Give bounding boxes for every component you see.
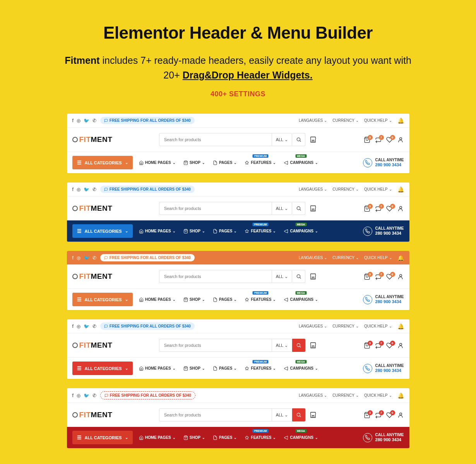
- menu-home[interactable]: HOME PAGES ⌄: [136, 295, 179, 304]
- notification-icon[interactable]: 🔔: [397, 186, 404, 193]
- account-icon[interactable]: [397, 342, 404, 349]
- compare-icon[interactable]: 7: [375, 136, 382, 143]
- search-category-selector[interactable]: ALL ⌄: [272, 133, 292, 146]
- currency-selector[interactable]: CURRENCY ⌄: [332, 187, 359, 191]
- instagram-icon[interactable]: ◎: [77, 324, 80, 329]
- facebook-icon[interactable]: f: [72, 118, 74, 123]
- twitter-icon[interactable]: 🐦: [84, 255, 89, 261]
- facebook-icon[interactable]: f: [72, 255, 74, 261]
- instagram-icon[interactable]: ◎: [77, 393, 80, 398]
- menu-camp[interactable]: MEGA CAMPAIGNS ⌄: [281, 433, 321, 442]
- all-categories-button[interactable]: ☰ ALL CATEGORIES ⌄: [72, 431, 133, 444]
- wishlist-icon[interactable]: 0: [386, 412, 393, 418]
- menu-pages[interactable]: PAGES ⌄: [210, 364, 240, 373]
- quick-help[interactable]: QUICK HELP ⌄: [364, 393, 392, 397]
- menu-shop[interactable]: SHOP ⌄: [180, 364, 208, 373]
- viber-icon[interactable]: ✆: [92, 118, 96, 123]
- logo[interactable]: FITMENT: [72, 411, 113, 419]
- call-anytime[interactable]: CALL ANYTIME 280 900 3434: [363, 295, 404, 304]
- quick-help[interactable]: QUICK HELP ⌄: [364, 187, 392, 191]
- quick-help[interactable]: QUICK HELP ⌄: [364, 324, 392, 328]
- menu-features[interactable]: PREMIUM FEATURES ⌄: [241, 158, 279, 167]
- notification-icon[interactable]: 🔔: [397, 118, 404, 124]
- menu-camp[interactable]: MEGA CAMPAIGNS ⌄: [281, 295, 321, 304]
- menu-pages[interactable]: PAGES ⌄: [210, 227, 240, 236]
- menu-pages[interactable]: PAGES ⌄: [210, 158, 240, 167]
- currency-selector[interactable]: CURRENCY ⌄: [332, 256, 359, 260]
- store-icon[interactable]: [309, 411, 317, 418]
- quick-help[interactable]: QUICK HELP ⌄: [364, 256, 392, 260]
- language-selector[interactable]: LANGAUGES ⌄: [299, 393, 327, 397]
- search-button[interactable]: [292, 133, 305, 146]
- menu-features[interactable]: PREMIUM FEATURES ⌄: [241, 227, 279, 236]
- currency-selector[interactable]: CURRENCY ⌄: [332, 393, 359, 397]
- menu-camp[interactable]: MEGA CAMPAIGNS ⌄: [281, 364, 321, 373]
- language-selector[interactable]: LANGAUGES ⌄: [299, 187, 327, 191]
- menu-camp[interactable]: MEGA CAMPAIGNS ⌄: [281, 158, 321, 167]
- all-categories-button[interactable]: ☰ ALL CATEGORIES ⌄: [72, 362, 133, 375]
- wishlist-icon[interactable]: 0: [386, 273, 393, 280]
- logo[interactable]: FITMENT: [72, 135, 113, 144]
- all-categories-button[interactable]: ☰ ALL CATEGORIES ⌄: [72, 156, 133, 169]
- cart-icon[interactable]: 3: [364, 205, 370, 212]
- search-input[interactable]: [159, 137, 272, 142]
- instagram-icon[interactable]: ◎: [77, 187, 80, 192]
- currency-selector[interactable]: CURRENCY ⌄: [332, 324, 359, 328]
- twitter-icon[interactable]: 🐦: [84, 118, 89, 123]
- cart-icon[interactable]: 3: [364, 136, 370, 143]
- account-icon[interactable]: [397, 136, 404, 143]
- wishlist-icon[interactable]: 0: [386, 342, 393, 349]
- facebook-icon[interactable]: f: [72, 324, 74, 329]
- menu-shop[interactable]: SHOP ⌄: [180, 295, 208, 304]
- language-selector[interactable]: LANGAUGES ⌄: [299, 118, 327, 123]
- compare-icon[interactable]: 7: [375, 205, 382, 212]
- language-selector[interactable]: LANGAUGES ⌄: [299, 256, 327, 260]
- menu-home[interactable]: HOME PAGES ⌄: [136, 158, 179, 167]
- search-input[interactable]: [159, 274, 272, 279]
- menu-shop[interactable]: SHOP ⌄: [180, 158, 208, 167]
- notification-icon[interactable]: 🔔: [397, 323, 404, 329]
- logo[interactable]: FITMENT: [72, 341, 113, 350]
- facebook-icon[interactable]: f: [72, 187, 74, 192]
- account-icon[interactable]: [397, 412, 404, 418]
- call-anytime[interactable]: CALL ANYTIME 280 900 3434: [363, 158, 404, 167]
- menu-features[interactable]: PREMIUM FEATURES ⌄: [241, 295, 279, 304]
- account-icon[interactable]: [397, 205, 404, 212]
- currency-selector[interactable]: CURRENCY ⌄: [332, 118, 359, 123]
- logo[interactable]: FITMENT: [72, 204, 113, 213]
- menu-pages[interactable]: PAGES ⌄: [210, 295, 240, 304]
- search-input[interactable]: [159, 413, 272, 417]
- compare-icon[interactable]: 7: [375, 342, 382, 349]
- wishlist-icon[interactable]: 0: [386, 205, 393, 212]
- viber-icon[interactable]: ✆: [92, 187, 96, 192]
- search-category-selector[interactable]: ALL ⌄: [272, 339, 292, 351]
- cart-icon[interactable]: 3: [364, 412, 370, 418]
- cart-icon[interactable]: 3: [364, 273, 370, 280]
- search-button[interactable]: [292, 408, 305, 421]
- all-categories-button[interactable]: ☰ ALL CATEGORIES ⌄: [72, 293, 133, 306]
- cart-icon[interactable]: 3: [364, 342, 370, 349]
- wishlist-icon[interactable]: 0: [386, 136, 393, 143]
- menu-features[interactable]: PREMIUM FEATURES ⌄: [241, 364, 279, 373]
- search-category-selector[interactable]: ALL ⌄: [272, 409, 292, 421]
- menu-features[interactable]: PREMIUM FEATURES ⌄: [241, 433, 279, 442]
- menu-pages[interactable]: PAGES ⌄: [210, 433, 240, 442]
- search-input[interactable]: [159, 343, 272, 348]
- search-button[interactable]: [292, 339, 305, 352]
- search-category-selector[interactable]: ALL ⌄: [272, 202, 292, 215]
- search-button[interactable]: [292, 270, 305, 283]
- quick-help[interactable]: QUICK HELP ⌄: [364, 118, 392, 123]
- menu-camp[interactable]: MEGA CAMPAIGNS ⌄: [281, 227, 321, 236]
- viber-icon[interactable]: ✆: [92, 393, 96, 398]
- search-input[interactable]: [159, 206, 272, 211]
- twitter-icon[interactable]: 🐦: [84, 393, 89, 398]
- call-anytime[interactable]: CALL ANYTIME 280 900 3434: [363, 226, 404, 236]
- twitter-icon[interactable]: 🐦: [84, 187, 89, 192]
- twitter-icon[interactable]: 🐦: [84, 324, 89, 329]
- language-selector[interactable]: LANGAUGES ⌄: [299, 324, 327, 328]
- instagram-icon[interactable]: ◎: [77, 255, 80, 261]
- notification-icon[interactable]: 🔔: [397, 255, 404, 261]
- store-icon[interactable]: [309, 342, 317, 349]
- all-categories-button[interactable]: ☰ ALL CATEGORIES ⌄: [72, 224, 133, 238]
- menu-home[interactable]: HOME PAGES ⌄: [136, 227, 179, 236]
